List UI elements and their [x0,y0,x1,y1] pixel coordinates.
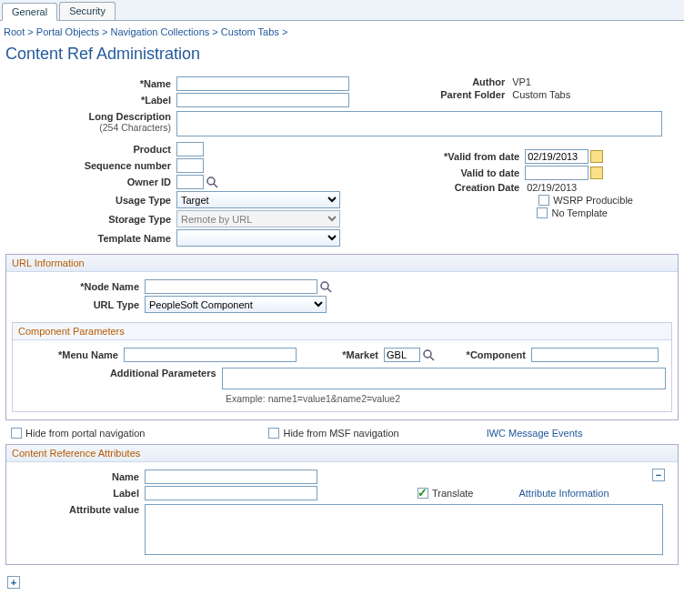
url-information-group: URL Information *Node Name URL Type Peop… [5,254,679,420]
translate-label: Translate [432,488,473,499]
hide-msf-label: Hide from MSF navigation [283,428,398,439]
wsrp-label: WSRP Producible [553,195,633,206]
breadcrumb-item[interactable]: Portal Objects [36,26,99,37]
tab-security[interactable]: Security [59,2,116,20]
long-desc-sub: (254 Characters) [5,122,171,133]
breadcrumb-item[interactable]: Navigation Collections [110,26,209,37]
tab-general[interactable]: General [2,3,57,21]
component-parameters-title: Component Parameters [13,323,671,340]
hide-portal-label: Hide from portal navigation [25,428,145,439]
long-desc-label: Long Description [5,111,171,122]
valid-from-field[interactable] [525,149,588,164]
breadcrumb: Root > Portal Objects > Navigation Colle… [0,21,684,43]
svg-line-3 [327,288,331,292]
author-value: VP1 [510,76,531,87]
creation-date-label: Creation Date [410,182,525,193]
attribute-information-link[interactable]: Attribute Information [518,488,609,499]
attr-name-label: Name [12,471,145,482]
template-name-label: Template Name [5,233,176,244]
valid-from-label: *Valid from date [410,151,525,162]
attr-name-field[interactable] [145,470,317,484]
lookup-icon[interactable] [206,176,218,188]
svg-point-0 [207,177,215,185]
additional-params-label: Additional Parameters [18,368,222,379]
sequence-field[interactable] [176,158,204,173]
collapse-button[interactable]: − [652,469,665,481]
author-label: Author [396,76,510,87]
content-ref-attributes-group: Content Reference Attributes − Name Labe… [5,444,679,565]
name-label: *Name [5,78,176,89]
lookup-icon[interactable] [422,348,435,361]
page-tabs: General Security [0,0,684,21]
name-field[interactable] [176,76,349,91]
attr-value-field[interactable] [145,504,663,555]
additional-params-example: Example: name1=value1&name2=value2 [226,393,666,404]
owner-id-label: Owner ID [5,177,176,187]
translate-checkbox[interactable] [417,488,428,499]
additional-params-field[interactable] [222,368,666,389]
long-description-field[interactable] [176,111,662,136]
market-field[interactable] [384,348,420,362]
valid-to-field[interactable] [525,166,588,180]
attr-label-field[interactable] [145,486,317,500]
label-field[interactable] [176,93,349,107]
storage-type-select[interactable]: Remote by URL [176,210,340,227]
svg-point-4 [424,350,431,358]
calendar-icon[interactable] [590,150,603,163]
product-field[interactable] [176,142,204,157]
svg-point-2 [321,282,328,289]
market-label: *Market [297,349,384,360]
parent-folder-value: Custom Tabs [510,89,570,100]
node-name-label: *Node Name [12,281,145,292]
content-ref-attributes-title: Content Reference Attributes [6,445,678,462]
label-label: *Label [5,95,176,106]
svg-line-5 [430,357,434,360]
product-label: Product [5,144,176,155]
svg-line-1 [214,184,217,187]
component-field[interactable] [531,348,659,362]
component-label: *Component [435,349,531,360]
page-title: Content Ref Administration [0,43,684,75]
owner-id-field[interactable] [176,175,204,189]
template-name-select[interactable] [176,229,340,247]
url-information-title: URL Information [6,255,678,272]
iwc-message-events-link[interactable]: IWC Message Events [487,428,583,439]
no-template-checkbox[interactable] [537,207,548,218]
parent-folder-label: Parent Folder [396,89,510,100]
url-type-label: URL Type [12,299,145,310]
breadcrumb-item[interactable]: Custom Tabs [221,26,279,37]
hide-msf-checkbox[interactable] [268,428,279,439]
storage-type-label: Storage Type [5,214,176,225]
calendar-icon[interactable] [590,167,603,179]
usage-type-label: Usage Type [5,195,176,206]
breadcrumb-item[interactable]: Root [4,26,25,37]
menu-name-field[interactable] [124,348,297,362]
creation-date-value: 02/19/2013 [525,182,577,193]
menu-name-label: *Menu Name [18,349,124,360]
attr-value-label: Attribute value [12,504,145,515]
valid-to-label: Valid to date [410,167,525,178]
wsrp-checkbox[interactable] [538,195,549,206]
url-type-select[interactable]: PeopleSoft Component [145,296,327,313]
sequence-label: Sequence number [5,160,176,171]
node-name-field[interactable] [145,279,317,294]
lookup-icon[interactable] [319,280,332,293]
attr-label-label: Label [12,488,145,499]
add-row-button[interactable]: + [7,576,20,589]
no-template-label: No Template [551,207,608,218]
usage-type-select[interactable]: Target [176,191,340,208]
hide-portal-checkbox[interactable] [11,428,22,439]
